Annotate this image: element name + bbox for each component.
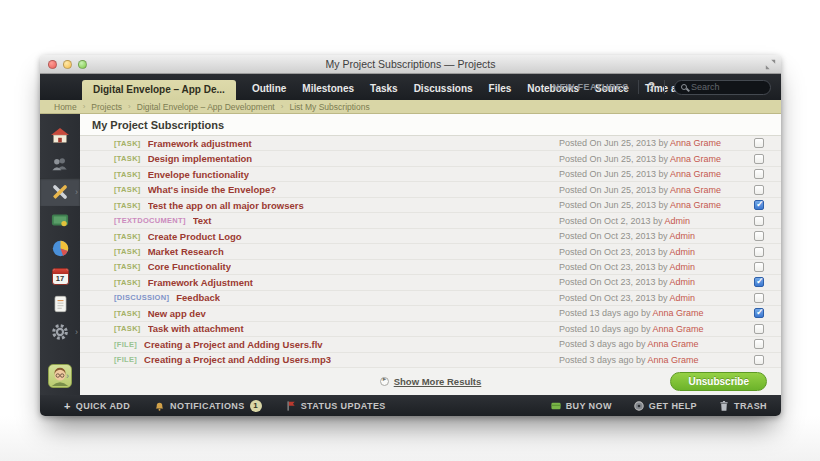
item-title-link[interactable]: Envelope functionality	[148, 169, 249, 180]
item-checkbox[interactable]	[754, 355, 764, 365]
item-author-link[interactable]: Admin	[665, 216, 691, 226]
item-checkbox[interactable]	[754, 185, 764, 195]
item-title-link[interactable]: Core Functionality	[148, 261, 231, 272]
quick-add-button[interactable]: QUICK ADD	[64, 400, 130, 412]
search-box[interactable]	[674, 80, 771, 95]
fullscreen-icon[interactable]	[765, 59, 776, 70]
list-item: [FILE]Creating a Project and Adding User…	[80, 353, 781, 368]
item-author-link[interactable]: Anna Grame	[670, 185, 721, 195]
item-author-link[interactable]: Admin	[670, 231, 696, 241]
breadcrumb-item[interactable]: Projects	[91, 102, 122, 112]
item-author-link[interactable]: Anna Grame	[653, 308, 704, 318]
item-posted-text: Posted 3 days ago by Anna Grame	[559, 355, 737, 365]
item-type-label: [FILE]	[114, 355, 137, 364]
item-title-link[interactable]: Design implementation	[148, 153, 253, 164]
list-item: [TASK]Market ResearchPosted On Oct 23, 2…	[80, 244, 781, 259]
buy-now-button[interactable]: BUY NOW	[551, 400, 612, 412]
sidebar-item-calendar[interactable]: 17	[40, 262, 80, 290]
sidebar-item-billing-board[interactable]	[40, 206, 80, 234]
window-title: My Project Subscriptions — Projects	[326, 58, 496, 70]
menu-item-discussions[interactable]: Discussions	[414, 83, 473, 94]
item-author-link[interactable]: Admin	[670, 247, 696, 257]
sidebar-profile-avatar[interactable]	[48, 364, 72, 388]
item-posted-text: Posted 13 days ago by Anna Grame	[559, 308, 737, 318]
sidebar-item-home[interactable]	[40, 122, 80, 150]
item-author-link[interactable]: Admin	[670, 262, 696, 272]
breadcrumb-item[interactable]: Home	[54, 102, 77, 112]
menu-item-outline[interactable]: Outline	[252, 83, 286, 94]
menu-item-milestones[interactable]: Milestones	[302, 83, 354, 94]
item-title-link[interactable]: New app dev	[148, 308, 206, 319]
item-title-link[interactable]: Create Product Logo	[148, 231, 242, 242]
item-checkbox[interactable]	[754, 277, 764, 287]
item-title-link[interactable]: Framework adjustment	[148, 138, 252, 149]
item-checkbox[interactable]	[754, 154, 764, 164]
item-author-link[interactable]: Anna Grame	[648, 339, 699, 349]
unsubscribe-button[interactable]: Unsubscribe	[670, 372, 767, 391]
item-author-link[interactable]: Admin	[670, 277, 696, 287]
search-input[interactable]	[691, 82, 764, 92]
item-checkbox[interactable]	[754, 308, 764, 318]
notifications-button[interactable]: NOTIFICATIONS 1	[154, 400, 262, 412]
item-checkbox[interactable]	[754, 138, 764, 148]
item-author-link[interactable]: Anna Grame	[670, 200, 721, 210]
item-checkbox[interactable]	[754, 216, 764, 226]
notebook-icon	[52, 295, 69, 313]
status-updates-button[interactable]: STATUS UPDATES	[286, 400, 386, 412]
item-checkbox[interactable]	[754, 262, 764, 272]
minimize-button-icon[interactable]	[63, 60, 72, 69]
item-author-link[interactable]: Anna Grame	[653, 324, 704, 334]
breadcrumb-item[interactable]: List My Subscriptions	[289, 102, 369, 112]
item-checkbox[interactable]	[754, 293, 764, 303]
trash-button[interactable]: TRASH	[719, 400, 767, 412]
item-posted-text: Posted On Oct 23, 2013 by Admin	[559, 277, 737, 287]
close-button-icon[interactable]	[48, 60, 57, 69]
item-author-link[interactable]: Anna Grame	[648, 355, 699, 365]
item-title-link[interactable]: Creating a Project and Adding Users.flv	[144, 339, 323, 350]
active-project-tab[interactable]: Digital Envelope – App De...	[82, 80, 236, 100]
item-title-link[interactable]: What's inside the Envelope?	[148, 184, 276, 195]
calendar-icon: 17	[52, 268, 69, 285]
item-checkbox[interactable]	[754, 200, 764, 210]
item-checkbox[interactable]	[754, 231, 764, 241]
menu-item-files[interactable]: Files	[489, 83, 512, 94]
item-title-link[interactable]: Task with attachment	[148, 323, 244, 334]
item-title-link[interactable]: Feedback	[176, 292, 220, 303]
list-item: [TASK]Framework AdjustmentPosted On Oct …	[80, 275, 781, 290]
help-link[interactable]: ?	[648, 80, 655, 94]
item-author-link[interactable]: Anna Grame	[670, 169, 721, 179]
sidebar-item-people[interactable]	[40, 150, 80, 178]
item-author-link[interactable]: Admin	[670, 293, 696, 303]
breadcrumb-separator: ›	[281, 102, 284, 111]
breadcrumb: Home›Projects›Digital Envelope – App Dev…	[40, 100, 781, 114]
item-title-link[interactable]: Market Research	[148, 246, 224, 257]
item-checkbox[interactable]	[754, 247, 764, 257]
item-type-label: [TASK]	[114, 324, 141, 333]
zoom-button-icon[interactable]	[78, 60, 87, 69]
item-title-link[interactable]: Test the app on all major browsers	[148, 200, 304, 211]
show-more-results-link[interactable]: Show More Results	[380, 376, 482, 387]
menu-item-tasks[interactable]: Tasks	[370, 83, 398, 94]
people-icon	[51, 155, 69, 173]
item-checkbox[interactable]	[754, 339, 764, 349]
item-checkbox[interactable]	[754, 169, 764, 179]
item-title-link[interactable]: Text	[193, 215, 212, 226]
sidebar-item-settings[interactable]	[40, 318, 80, 346]
gear-icon	[51, 323, 69, 341]
item-checkbox[interactable]	[754, 324, 764, 334]
item-author-link[interactable]: Anna Grame	[670, 138, 721, 148]
sidebar-item-reports-pie[interactable]	[40, 234, 80, 262]
get-help-button[interactable]: GET HELP	[634, 400, 697, 412]
item-title-link[interactable]: Framework Adjustment	[148, 277, 253, 288]
item-title-link[interactable]: Creating a Project and Adding Users.mp3	[144, 354, 331, 365]
sidebar-item-notebook[interactable]	[40, 290, 80, 318]
main-content: My Project Subscriptions [TASK]Framework…	[80, 114, 781, 395]
show-more-icon	[380, 377, 389, 386]
subscription-list: [TASK]Framework adjustmentPosted On Jun …	[80, 136, 781, 368]
list-item: [TASK]Core FunctionalityPosted On Oct 23…	[80, 260, 781, 275]
sidebar-item-projects-tools[interactable]	[40, 178, 80, 206]
item-author-link[interactable]: Anna Grame	[670, 154, 721, 164]
new-features-link[interactable]: NEW FEATURES	[553, 82, 629, 92]
window-titlebar[interactable]: My Project Subscriptions — Projects	[40, 55, 781, 74]
breadcrumb-item[interactable]: Digital Envelope – App Development	[137, 102, 275, 112]
